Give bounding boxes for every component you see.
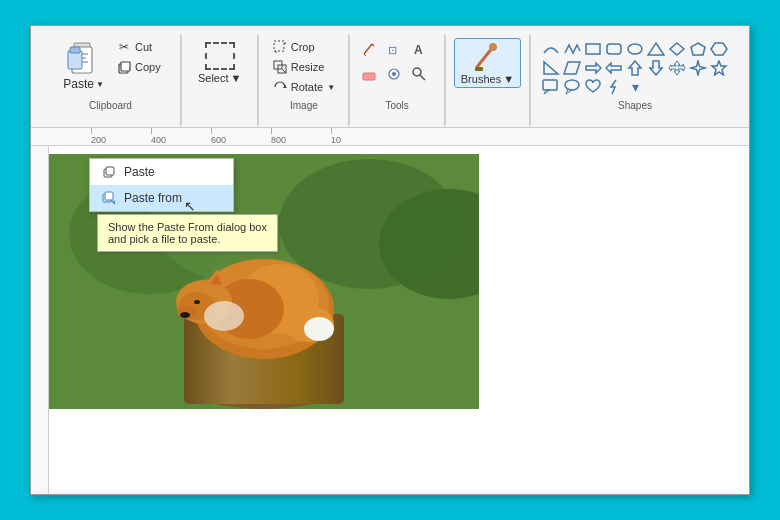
svg-rect-21 (363, 73, 375, 80)
paste-label: Paste ▼ (63, 77, 104, 91)
svg-marker-40 (629, 61, 641, 75)
select-label: Select ▼ (198, 72, 241, 84)
shape-hexagon[interactable] (709, 40, 729, 58)
tools-label: Tools (385, 98, 408, 111)
copy-button[interactable]: Copy (113, 58, 165, 76)
svg-rect-6 (70, 47, 80, 53)
image-section: Crop Resize Rotate ▼ (259, 34, 349, 127)
brushes-button[interactable]: Brushes ▼ (454, 38, 521, 88)
shape-right-triangle[interactable] (541, 59, 561, 77)
shape-rect[interactable] (583, 40, 603, 58)
svg-marker-44 (712, 61, 726, 75)
svg-line-16 (364, 44, 372, 54)
select-button[interactable]: Select ▼ (190, 38, 249, 88)
fill-icon[interactable]: ⊡ (383, 38, 405, 60)
crop-button[interactable]: Crop (268, 38, 340, 56)
ribbon: Paste ▼ ✂ Cut (31, 26, 749, 128)
crop-icon (273, 40, 287, 54)
paste-from-menu-item[interactable]: Paste from (90, 185, 233, 211)
shapes-grid: ▾ (539, 38, 731, 98)
resize-button[interactable]: Resize (268, 58, 340, 76)
paste-dropdown: Paste Paste from (89, 158, 234, 212)
svg-line-25 (420, 75, 425, 80)
image-label: Image (290, 98, 318, 111)
left-ruler (31, 146, 49, 494)
shape-callout2[interactable] (562, 78, 582, 96)
svg-rect-45 (543, 80, 557, 90)
svg-marker-15 (283, 85, 287, 88)
shape-arrow-l[interactable] (604, 59, 624, 77)
tooltip: Show the Paste From dialog box and pick … (97, 214, 278, 252)
ruler-mark-1000: 10 (331, 128, 391, 145)
svg-marker-36 (544, 62, 558, 74)
ruler-mark-600: 600 (211, 128, 271, 145)
eraser-icon[interactable] (358, 63, 380, 85)
text-icon[interactable]: A (408, 38, 430, 60)
clipboard-tools: Paste ▼ ✂ Cut (56, 38, 164, 94)
svg-point-67 (194, 300, 200, 304)
shape-arrow-r[interactable] (583, 59, 603, 77)
svg-marker-39 (606, 63, 621, 73)
image-buttons: Crop Resize Rotate ▼ (268, 38, 340, 96)
cut-button[interactable]: ✂ Cut (113, 38, 165, 56)
paste-button[interactable]: Paste ▼ (56, 38, 111, 94)
clipboard-section: Paste ▼ ✂ Cut (41, 34, 181, 127)
shape-lightning[interactable] (604, 78, 624, 96)
ribbon-main: Paste ▼ ✂ Cut (37, 30, 743, 127)
select-section: Select ▼ x (182, 34, 258, 127)
svg-marker-38 (586, 63, 601, 73)
svg-line-18 (364, 54, 366, 56)
shape-scroll-down[interactable]: ▾ (625, 78, 645, 96)
svg-rect-9 (274, 41, 284, 51)
ruler-mark-200: 200 (91, 128, 151, 145)
shapes-section: ▾ Shapes (531, 34, 739, 127)
shape-zigzag[interactable] (562, 40, 582, 58)
shape-4arrow[interactable] (667, 59, 687, 77)
shape-ellipse[interactable] (625, 40, 645, 58)
svg-marker-34 (691, 43, 705, 55)
svg-marker-42 (669, 61, 685, 75)
mouse-cursor: ↖ (184, 198, 196, 214)
svg-point-24 (413, 68, 421, 76)
svg-line-14 (282, 69, 286, 73)
svg-point-27 (489, 43, 497, 51)
shape-triangle[interactable] (646, 40, 666, 58)
svg-rect-30 (607, 44, 621, 54)
svg-rect-72 (106, 167, 114, 175)
shape-pentagon[interactable] (688, 40, 708, 58)
magnifier-icon[interactable] (408, 63, 430, 85)
svg-point-31 (628, 44, 642, 54)
svg-rect-29 (586, 44, 600, 54)
paste-menu-item[interactable]: Paste (90, 159, 233, 185)
shape-diamond[interactable] (667, 40, 687, 58)
ruler-marks: 200 400 600 800 10 (91, 128, 391, 145)
brushes-section: Brushes ▼ (446, 34, 530, 127)
rotate-button[interactable]: Rotate ▼ (268, 78, 340, 96)
shape-callout1[interactable] (541, 78, 561, 96)
shape-round-rect[interactable] (604, 40, 624, 58)
svg-line-17 (372, 44, 374, 46)
shape-arrow-up[interactable] (625, 59, 645, 77)
shape-curve[interactable] (541, 40, 561, 58)
shape-heart[interactable] (583, 78, 603, 96)
resize-icon (273, 60, 287, 74)
paste-from-icon (102, 191, 116, 205)
pencil-icon[interactable] (358, 38, 380, 60)
tools-grid: ⊡ A (358, 38, 435, 85)
shape-parallelogram[interactable] (562, 59, 582, 77)
ruler-mark-400: 400 (151, 128, 211, 145)
cut-copy-group: ✂ Cut Copy (113, 38, 165, 76)
svg-marker-43 (691, 61, 705, 75)
svg-rect-28 (475, 67, 483, 71)
svg-point-47 (565, 80, 579, 90)
clipboard-label: Clipboard (89, 98, 132, 111)
color-picker-icon[interactable] (383, 63, 405, 85)
shape-arrow-down[interactable] (646, 59, 666, 77)
paste-icon (66, 41, 102, 77)
paint-window: Paste ▼ ✂ Cut (30, 25, 750, 495)
shape-star5[interactable] (709, 59, 729, 77)
rotate-icon (273, 80, 287, 94)
shape-star4[interactable] (688, 59, 708, 77)
svg-point-66 (180, 312, 190, 318)
svg-marker-41 (650, 61, 662, 75)
